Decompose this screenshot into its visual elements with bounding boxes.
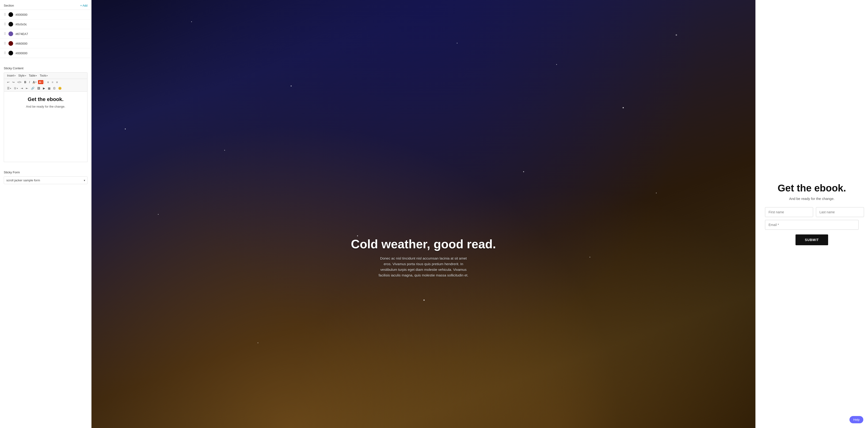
add-section-button[interactable]: + Add	[80, 4, 88, 7]
text-color-icon: A	[33, 80, 35, 84]
snow-particle	[656, 193, 657, 193]
snow-particle	[257, 342, 258, 343]
editor-toolbar: Insert ▾ Style ▾ Table ▾ Tools ▾ ↩ ↪	[4, 73, 88, 92]
editor-subheading: And be ready for the change.	[9, 105, 83, 108]
list-item[interactable]: ⠿ #660000	[0, 39, 91, 48]
form-select-wrapper: scroll jacker sample form ▾	[4, 176, 88, 184]
special-char-button[interactable]: Ω	[52, 86, 57, 90]
form-card-title: Get the ebook.	[778, 183, 846, 194]
drag-handle-icon: ⠿	[4, 51, 6, 55]
preview-body-text: Donec ac nisl tincidunt nisl accumsan la…	[376, 256, 470, 278]
bold-button[interactable]: B	[23, 80, 27, 84]
drag-handle-icon: ⠿	[4, 22, 6, 26]
text-color-menu[interactable]: A ▾	[31, 80, 37, 84]
name-row	[765, 207, 859, 217]
video-button[interactable]: ▶	[42, 86, 46, 90]
list-style-menu[interactable]: ☰ ▾	[6, 86, 12, 90]
redo-button[interactable]: ↪	[11, 80, 16, 84]
snow-particle	[623, 107, 624, 108]
color-swatch	[8, 51, 13, 55]
drag-handle-icon: ⠿	[4, 41, 6, 45]
undo-button[interactable]: ↩	[6, 80, 10, 84]
drag-handle-icon: ⠿	[4, 13, 6, 17]
color-hex-label: #0c0c0c	[16, 23, 27, 26]
color-swatch	[8, 41, 13, 46]
color-swatch	[8, 22, 13, 27]
sticky-content-title: Sticky Content	[4, 66, 88, 70]
emoji-button[interactable]: 😊	[57, 86, 63, 90]
editor-content-area[interactable]: Get the ebook. And be ready for the chan…	[4, 92, 88, 162]
first-name-input[interactable]	[765, 207, 813, 217]
submit-button[interactable]: SUBMIT	[796, 234, 828, 245]
color-hex-label: #660000	[16, 42, 27, 45]
drag-handle-icon: ⠿	[4, 32, 6, 36]
center-preview: Cold weather, good read. Donec ac nisl t…	[92, 0, 755, 428]
section-header: Section + Add	[0, 4, 91, 10]
form-select[interactable]: scroll jacker sample form	[4, 176, 88, 184]
table-button[interactable]: ▦	[47, 86, 52, 90]
sticky-form-title: Sticky Form	[4, 171, 88, 174]
chevron-down-icon: ▾	[35, 81, 36, 83]
tools-menu[interactable]: Tools ▾	[38, 74, 49, 78]
insert-menu[interactable]: Insert ▾	[6, 74, 17, 78]
color-hex-label: #674EA7	[16, 32, 28, 36]
italic-button[interactable]: I	[28, 80, 31, 84]
link-button[interactable]: 🔗	[30, 86, 36, 90]
chevron-down-icon: ▾	[14, 75, 16, 77]
toolbar-row-menus: Insert ▾ Style ▾ Table ▾ Tools ▾	[4, 73, 87, 79]
snow-particle	[224, 150, 225, 150]
chevron-down-icon: ▾	[41, 81, 42, 83]
list-item[interactable]: ⠿ #000000	[0, 48, 91, 58]
section-title: Section	[4, 4, 14, 7]
sticky-content-section: Sticky Content Insert ▾ Style ▾ Table ▾ …	[0, 63, 91, 162]
snow-particle	[523, 171, 524, 172]
outdent-button[interactable]: ⇤	[25, 86, 29, 90]
code-button[interactable]: </>	[16, 80, 23, 84]
toolbar-row-buttons: ↩ ↪ </> B I A ▾ A ▾ ≡ ≡ ≡	[4, 79, 87, 85]
align-left-button[interactable]: ≡	[46, 80, 50, 84]
snow-particle	[457, 43, 458, 44]
chevron-down-icon: ▾	[47, 75, 48, 77]
snow-particle	[191, 21, 192, 22]
list-item[interactable]: ⠿ #0c0c0c	[0, 20, 91, 29]
color-swatch	[8, 31, 13, 36]
image-button[interactable]: 🖼	[36, 86, 41, 90]
editor-heading: Get the ebook.	[9, 96, 83, 103]
snow-particle	[158, 214, 159, 215]
help-button[interactable]: Help	[849, 416, 863, 423]
align-center-button[interactable]: ≡	[51, 80, 55, 84]
preview-text-content: Cold weather, good read. Donec ac nisl t…	[158, 237, 689, 278]
color-hex-label: #000000	[16, 13, 27, 17]
ordered-list-menu[interactable]: ① ▾	[13, 86, 19, 90]
color-hex-label: #000000	[16, 52, 27, 55]
form-card-subtitle: And be ready for the change.	[789, 197, 834, 201]
style-menu[interactable]: Style ▾	[17, 74, 27, 78]
list-item[interactable]: ⠿ #674EA7	[0, 29, 91, 39]
chevron-down-icon: ▾	[36, 75, 37, 77]
color-swatch	[8, 12, 13, 17]
right-panel: Get the ebook. And be ready for the chan…	[755, 0, 868, 428]
last-name-input[interactable]	[816, 207, 864, 217]
scene-overlay	[92, 0, 755, 428]
sticky-form-section: Sticky Form scroll jacker sample form ▾	[0, 167, 91, 188]
chevron-down-icon: ▾	[17, 87, 18, 89]
list-item[interactable]: ⠿ #000000	[0, 10, 91, 20]
email-input[interactable]	[765, 220, 859, 230]
preview-background: Cold weather, good read. Donec ac nisl t…	[92, 0, 755, 428]
color-list: ⠿ #000000 ⠿ #0c0c0c ⠿ #674EA7 ⠿ #660000 …	[0, 10, 91, 58]
left-panel: Section + Add ⠿ #000000 ⠿ #0c0c0c ⠿ #674…	[0, 0, 92, 428]
table-menu[interactable]: Table ▾	[28, 74, 38, 78]
chevron-down-icon: ▾	[10, 87, 11, 89]
toolbar-separator	[44, 80, 45, 84]
toolbar-row-extra: ☰ ▾ ① ▾ ⇥ ⇤ 🔗 🖼 ▶ ▦ Ω 😊	[4, 85, 87, 91]
indent-button[interactable]: ⇥	[20, 86, 24, 90]
snow-particle	[125, 129, 126, 130]
preview-main-title: Cold weather, good read.	[158, 237, 689, 251]
align-right-button[interactable]: ≡	[55, 80, 59, 84]
highlight-color-menu[interactable]: A ▾	[38, 80, 43, 84]
chevron-down-icon: ▾	[25, 75, 26, 77]
